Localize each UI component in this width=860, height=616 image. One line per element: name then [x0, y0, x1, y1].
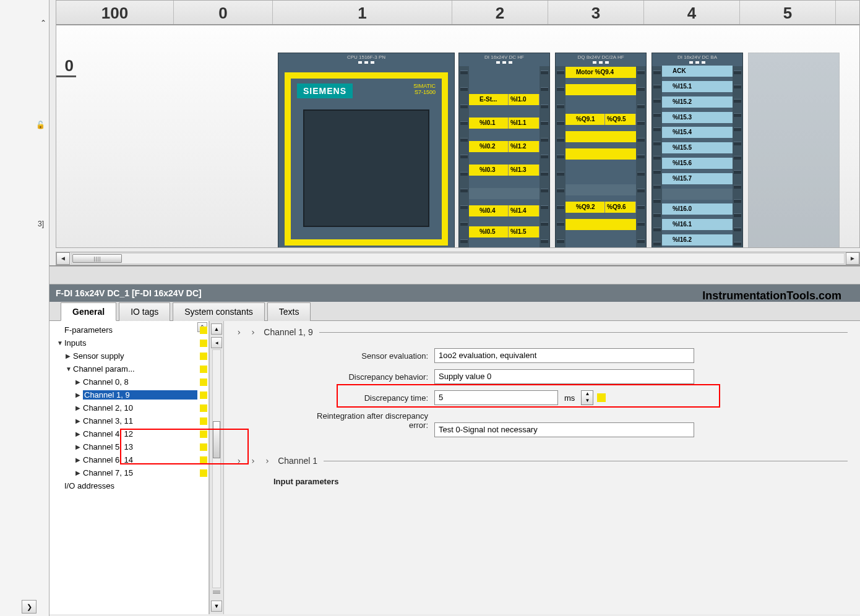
slot-label-4: 4 [644, 1, 740, 24]
module-slot-2[interactable]: DI 16x24V DC HF E-St...%I1.0 %I0.1%I1.1 … [458, 53, 550, 248]
watermark-text: InstrumentationTools.com [702, 289, 841, 302]
cpu-display [303, 109, 429, 227]
rack-horizontal-scrollbar[interactable]: ◄ ► [56, 252, 860, 265]
discrepancy-time-spinner[interactable]: ▲▼ [581, 390, 593, 405]
tab-io-tags[interactable]: IO tags [119, 302, 170, 321]
slot-label-3: 3 [548, 1, 644, 24]
tree-fragment: 3] [38, 220, 44, 228]
sensor-evaluation-value[interactable]: 1oo2 evaluation, equivalent [434, 348, 694, 363]
tree-inputs[interactable]: ▼Inputs [49, 336, 209, 349]
properties-nav-tree[interactable]: ⌃ F-parameters ▼Inputs ▶Sensor supply ▼C… [49, 321, 209, 614]
hardware-rack-view: 100 0 1 2 3 4 5 0 CPU 1516F-3 PN SIEMENS… [49, 0, 860, 266]
scroll-down-button[interactable]: ▼ [211, 601, 222, 612]
module-slot-5[interactable] [748, 53, 840, 248]
scroll-thumb[interactable] [72, 254, 122, 263]
module-slot-3[interactable]: DQ 8x24V DC/2A HF Motor %Q9.4 %Q9.1%Q9.5… [555, 53, 647, 248]
horizontal-splitter[interactable] [49, 266, 860, 284]
module-cpu[interactable]: CPU 1516F-3 PN SIEMENS SIMATIC S7-1500 [278, 53, 455, 248]
tree-f-parameters[interactable]: F-parameters [49, 323, 209, 336]
tree-channel-2-10[interactable]: ▶Channel 2, 10 [49, 401, 209, 414]
slot4-top-label: DI 16x24V DC BA [652, 53, 742, 61]
slot2-leds [459, 61, 549, 66]
input-parameters-heading: Input parameters [236, 477, 848, 486]
lock-icon: 🔓 [36, 121, 45, 129]
slot-label-5: 5 [740, 1, 836, 24]
scroll-up-button[interactable]: ▲ [211, 323, 222, 335]
discrepancy-time-label: Discrepancy time: [273, 393, 434, 403]
reintegration-label: Reintegration after discrepancy error: [273, 411, 434, 430]
discrepancy-time-value[interactable]: 5 [434, 390, 558, 405]
splitter-grip-icon[interactable] [213, 591, 220, 597]
rail-row-label: 0 [56, 56, 76, 77]
tree-sensor-supply[interactable]: ▶Sensor supply [49, 349, 209, 362]
tree-channel-4-12[interactable]: ▶Channel 4, 12 [49, 427, 209, 440]
tab-texts[interactable]: Texts [267, 302, 311, 321]
tree-channel-5-13[interactable]: ▶Channel 5, 13 [49, 440, 209, 453]
tree-channel-0-8[interactable]: ▶Channel 0, 8 [49, 375, 209, 388]
tree-channel-param[interactable]: ▼Channel param... [49, 362, 209, 375]
cpu-leds [278, 61, 454, 66]
tree-channel-1-9[interactable]: ▶Channel 1, 9 [49, 388, 209, 401]
content-vertical-scrollbar[interactable]: ▲ ◂ ▼ [209, 321, 224, 614]
tree-channel-3-11[interactable]: ▶Channel 3, 11 [49, 414, 209, 427]
slot-label-1: 1 [273, 1, 452, 24]
tree-chevron[interactable]: ⌃ [40, 19, 46, 27]
tree-channel-6-14[interactable]: ▶Channel 6, 14 [49, 453, 209, 466]
io-rail-right [540, 66, 549, 248]
properties-panel: F-DI 16x24V DC_1 [F-DI 16x24V DC] Genera… [49, 284, 860, 616]
rack-body: 0 CPU 1516F-3 PN SIEMENS SIMATIC S7-1500… [56, 25, 859, 248]
slot4-tags: ACK %I15.1 %I15.2 %I15.3 %I15.4 %I15.5 %… [662, 66, 733, 248]
section-channel-1-9[interactable]: › › Channel 1, 9 [236, 327, 848, 337]
cpu-top-label: CPU 1516F-3 PN [278, 53, 454, 61]
slot3-top-label: DQ 8x24V DC/2A HF [556, 53, 646, 61]
collapse-sidebar-button[interactable]: ❯ [22, 600, 37, 614]
scroll-left-button[interactable]: ◄ [56, 252, 70, 265]
tree-io-addresses[interactable]: I/O addresses [49, 479, 209, 492]
rack-slot-header: 100 0 1 2 3 4 5 [56, 1, 859, 25]
cpu-face: SIEMENS SIMATIC S7-1500 [285, 72, 448, 246]
discrepancy-behavior-label: Discrepancy behavior: [273, 372, 434, 382]
properties-content: › › Channel 1, 9 Sensor evaluation: 1oo2… [224, 321, 860, 614]
rack-viewport[interactable]: 100 0 1 2 3 4 5 0 CPU 1516F-3 PN SIEMENS… [56, 0, 860, 248]
siemens-logo: SIEMENS [297, 83, 353, 98]
section-channel-1[interactable]: › › › Channel 1 [236, 456, 848, 466]
cpu-model-label: SIMATIC S7-1500 [413, 83, 436, 96]
slot2-top-label: DI 16x24V DC HF [459, 53, 549, 61]
scroll-small-up-button[interactable]: ◂ [211, 337, 222, 348]
slot3-tags: Motor %Q9.4 %Q9.1%Q9.5 %Q9.2%Q9.6 [565, 66, 636, 248]
discrepancy-time-unit: ms [562, 393, 577, 403]
sensor-evaluation-label: Sensor evaluation: [273, 351, 434, 361]
tree-channel-7-15[interactable]: ▶Channel 7, 15 [49, 466, 209, 479]
reintegration-value[interactable]: Test 0-Signal not necessary [434, 422, 694, 437]
slot-label-100: 100 [56, 1, 174, 24]
slot-label-2: 2 [452, 1, 548, 24]
module-slot-4[interactable]: DI 16x24V DC BA ACK %I15.1 %I15.2 %I15.3… [651, 53, 743, 248]
tab-general[interactable]: General [61, 302, 116, 321]
slot-label-0: 0 [174, 1, 273, 24]
io-rail-left [459, 66, 469, 248]
scroll-track[interactable] [71, 253, 845, 264]
tab-system-constants[interactable]: System constants [173, 302, 265, 321]
properties-tab-bar: General IO tags System constants Texts [49, 302, 860, 321]
project-tree-edge: ⌃ 🔓 3] [0, 0, 49, 616]
content-scroll-thumb[interactable] [213, 421, 220, 458]
scroll-right-button[interactable]: ► [846, 252, 859, 265]
discrepancy-behavior-value[interactable]: Supply value 0 [434, 369, 694, 384]
safety-mark-icon [597, 393, 606, 402]
slot2-tags: E-St...%I1.0 %I0.1%I1.1 %I0.2%I1.2 %I0.3… [469, 66, 540, 248]
